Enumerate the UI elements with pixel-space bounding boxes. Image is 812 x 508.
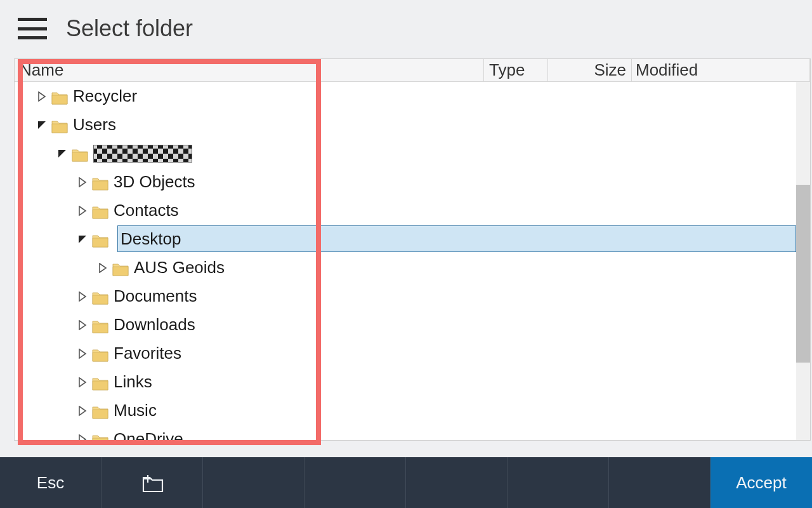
folder-icon: [92, 404, 108, 418]
folder-icon: [92, 204, 108, 218]
folder-label: Contacts: [114, 201, 179, 220]
folder-icon: [92, 318, 108, 332]
folder-icon: [51, 118, 68, 132]
expand-arrow-icon[interactable]: [75, 434, 89, 441]
folder-label: Favorites: [114, 344, 181, 363]
folder-label: AUS Geoids: [134, 258, 225, 277]
footer-toolbar: Esc Accept: [0, 457, 812, 508]
folder-tree-item[interactable]: Music: [15, 396, 796, 425]
folder-label: Downloads: [114, 315, 195, 335]
folder-tree[interactable]: RecyclerUsers3D ObjectsContactsDesktopAU…: [15, 82, 796, 440]
folder-label: Recycler: [73, 86, 137, 106]
folder-tree-item[interactable]: Users: [15, 110, 796, 139]
footer-slot-6[interactable]: [508, 457, 609, 508]
collapse-arrow-icon[interactable]: [55, 149, 69, 159]
folder-label-selected: Desktop: [117, 225, 796, 252]
folder-label: OneDrive: [114, 429, 183, 440]
folder-icon: [51, 90, 68, 104]
collapse-arrow-icon[interactable]: [35, 120, 49, 130]
expand-arrow-icon[interactable]: [35, 91, 49, 102]
folder-tree-item[interactable]: Desktop: [15, 225, 796, 253]
folder-icon: [112, 261, 129, 275]
expand-arrow-icon[interactable]: [75, 291, 89, 302]
hamburger-line: [18, 27, 47, 30]
folder-icon: [92, 232, 108, 246]
folder-icon: [92, 375, 108, 389]
hamburger-line: [18, 36, 47, 39]
new-folder-icon: [141, 472, 164, 493]
folder-tree-item[interactable]: Contacts: [15, 196, 796, 225]
hamburger-line: [18, 18, 47, 21]
folder-tree-item[interactable]: Links: [15, 368, 796, 396]
folder-tree-item[interactable]: Downloads: [15, 311, 796, 339]
expand-arrow-icon[interactable]: [96, 263, 110, 273]
column-header-type[interactable]: Type: [484, 59, 548, 81]
folder-label: Music: [114, 401, 157, 420]
column-header-name[interactable]: Name: [15, 59, 484, 81]
folder-label: 3D Objects: [114, 172, 195, 192]
folder-icon: [92, 290, 108, 304]
new-folder-button[interactable]: [102, 457, 203, 508]
folder-icon: [92, 347, 108, 361]
folder-label: Users: [73, 115, 116, 135]
scroll-thumb[interactable]: [796, 185, 810, 363]
esc-button[interactable]: Esc: [0, 457, 102, 508]
folder-tree-item[interactable]: 3D Objects: [15, 168, 796, 196]
folder-icon: [92, 432, 108, 441]
expand-arrow-icon[interactable]: [75, 320, 89, 330]
folder-label: Documents: [114, 286, 197, 306]
page-title: Select folder: [66, 15, 193, 42]
folder-tree-item[interactable]: [15, 139, 796, 168]
username-folder-obscured: [93, 145, 192, 163]
footer-slot-7[interactable]: [609, 457, 710, 508]
expand-arrow-icon[interactable]: [75, 377, 89, 387]
hamburger-menu-button[interactable]: [18, 18, 47, 39]
folder-tree-item[interactable]: Favorites: [15, 339, 796, 368]
expand-arrow-icon[interactable]: [75, 349, 89, 359]
expand-arrow-icon[interactable]: [75, 406, 89, 416]
column-header-modified[interactable]: Modified: [632, 59, 810, 81]
column-header-size[interactable]: Size: [548, 59, 632, 81]
vertical-scrollbar[interactable]: [796, 82, 810, 440]
folder-label: Links: [114, 372, 152, 392]
esc-label: Esc: [37, 473, 64, 493]
header: Select folder: [0, 0, 812, 57]
folder-tree-item[interactable]: Documents: [15, 282, 796, 311]
folder-tree-item[interactable]: OneDrive: [15, 425, 796, 440]
expand-arrow-icon[interactable]: [75, 206, 89, 216]
footer-slot-5[interactable]: [406, 457, 508, 508]
column-headers: Name Type Size Modified: [15, 59, 810, 82]
folder-icon: [92, 175, 108, 189]
accept-button[interactable]: Accept: [710, 457, 812, 508]
folder-icon: [72, 147, 88, 161]
collapse-arrow-icon[interactable]: [75, 234, 89, 244]
footer-slot-4[interactable]: [304, 457, 406, 508]
folder-tree-item[interactable]: Recycler: [15, 82, 796, 110]
accept-label: Accept: [736, 473, 787, 493]
expand-arrow-icon[interactable]: [75, 177, 89, 187]
footer-slot-3[interactable]: [203, 457, 304, 508]
folder-browser: Name Type Size Modified RecyclerUsers3D …: [14, 58, 811, 441]
folder-tree-item[interactable]: AUS Geoids: [15, 253, 796, 282]
